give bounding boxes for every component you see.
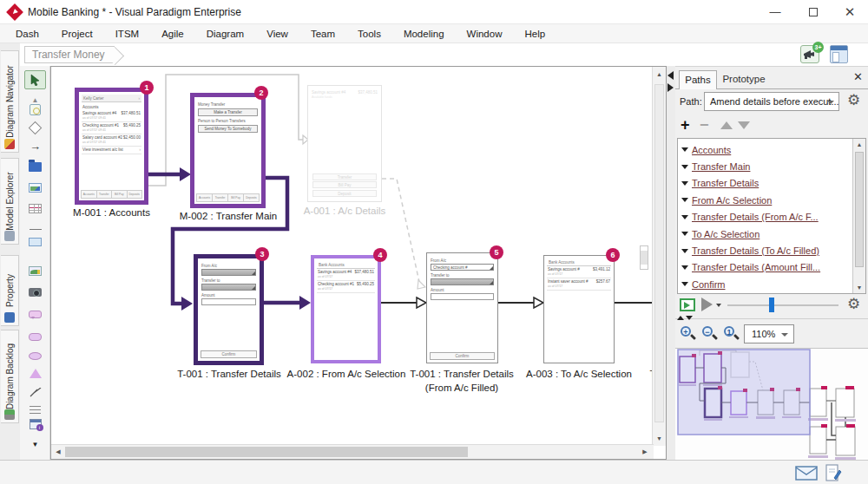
chevron-down-icon[interactable] <box>681 147 688 152</box>
rounded-rect-tool[interactable] <box>27 330 43 344</box>
camera-tool[interactable] <box>27 285 43 299</box>
menu-window[interactable]: Window <box>467 29 503 39</box>
tab-property[interactable]: Property <box>1 255 19 326</box>
folder-tool[interactable] <box>27 160 43 174</box>
image-frame-tool[interactable] <box>27 180 43 195</box>
screen-t001-transfer-details[interactable]: From A/c Transfer to Amount Confirm <box>194 254 264 365</box>
move-down-button[interactable] <box>738 121 750 129</box>
chevron-down-icon[interactable] <box>681 265 688 270</box>
maximize-button[interactable] <box>800 5 826 21</box>
rectangle-tool[interactable] <box>27 234 43 249</box>
add-step-button[interactable]: + <box>681 116 690 134</box>
path-step-amount-filled[interactable]: Transfer Details (Amount Fill... <box>681 259 852 276</box>
announcement-icon[interactable]: 3+ <box>800 45 819 63</box>
list-scroll-thumb[interactable] <box>855 152 864 267</box>
decision-tool[interactable] <box>27 121 43 135</box>
path-step-to-ac-selection[interactable]: To A/c Selection <box>681 226 852 242</box>
menu-project[interactable]: Project <box>62 29 93 39</box>
flow-arrow-tool[interactable]: → <box>27 139 43 154</box>
chevron-down-icon[interactable] <box>681 215 688 219</box>
mail-icon[interactable] <box>795 466 818 484</box>
picture-tool[interactable] <box>27 264 43 278</box>
menu-itsm[interactable]: ITSM <box>115 29 139 39</box>
panel-splitter[interactable] <box>667 66 675 460</box>
zoom-actual-size-icon[interactable]: 1 <box>723 325 740 343</box>
cursor-tool[interactable] <box>24 70 46 89</box>
path-step-accounts[interactable]: Accounts <box>681 141 852 158</box>
zigzag-tool[interactable] <box>27 385 43 400</box>
chevron-down-icon[interactable] <box>681 181 688 186</box>
play-button[interactable] <box>701 298 713 311</box>
menu-help[interactable]: Help <box>524 29 545 39</box>
separator-handle[interactable] <box>677 315 694 321</box>
breadcrumb[interactable]: Transfer Money <box>24 46 115 63</box>
playback-slider-thumb[interactable] <box>769 298 774 312</box>
panel-close-icon[interactable]: ✕ <box>853 70 863 83</box>
chevron-down-icon[interactable] <box>681 249 688 253</box>
edit-note-icon[interactable] <box>825 464 842 484</box>
menu-agile[interactable]: Agile <box>161 29 184 39</box>
remove-step-button[interactable]: − <box>700 116 709 134</box>
chevron-down-icon[interactable] <box>681 232 688 236</box>
path-step-transfer-main[interactable]: Transfer Main <box>681 158 852 174</box>
menu-view[interactable]: View <box>266 29 288 39</box>
close-button[interactable]: ✕ <box>837 5 863 21</box>
screen-m001-accounts[interactable]: Kelly Carter› Accounts Savings account #… <box>75 88 148 205</box>
zoom-out-icon[interactable]: − <box>701 325 719 343</box>
screen-t001-from-ac-filled[interactable]: From A/c Checking account # Transfer to … <box>426 252 498 363</box>
triangle-tool[interactable] <box>27 366 43 381</box>
path-step-from-ac-filled[interactable]: Transfer Details (From A/c F... <box>681 209 852 226</box>
menu-diagram[interactable]: Diagram <box>207 29 244 39</box>
play-options-caret-icon[interactable] <box>716 304 721 307</box>
table-tool[interactable] <box>27 201 43 216</box>
path-step-to-ac-filled[interactable]: Transfer Details (To A/c Filled) <box>681 242 852 258</box>
callout-tool[interactable] <box>27 307 43 322</box>
overview-minimap[interactable] <box>675 348 868 461</box>
menu-modeling[interactable]: Modeling <box>404 29 444 39</box>
tab-diagram-backlog[interactable]: Diagram Backlog <box>1 330 19 423</box>
screen-a003-to-ac-selection[interactable]: Bank Accounts Savings account #as of 07/… <box>543 255 615 363</box>
ellipse-tool[interactable] <box>27 349 43 363</box>
splitter-grip[interactable] <box>640 245 648 270</box>
menu-tools[interactable]: Tools <box>358 29 381 39</box>
zoom-level-dropdown[interactable]: 110% <box>744 324 794 343</box>
diagram-canvas[interactable]: Kelly Carter› Accounts Savings account #… <box>50 66 667 460</box>
screen-m002-transfer-main[interactable]: Money Transfer Make a Transfer Person to… <box>190 93 266 208</box>
vertical-scroll-thumb[interactable] <box>654 84 664 422</box>
gauge-tool[interactable] <box>27 102 43 117</box>
chevron-down-icon[interactable] <box>681 282 688 286</box>
horizontal-scrollbar[interactable]: ◀ ▶ <box>51 444 654 459</box>
minimap-viewport[interactable] <box>678 350 810 435</box>
screen-a001-ac-details[interactable]: Savings account #4Available funds $37,48… <box>307 85 382 202</box>
move-up-button[interactable] <box>720 121 733 129</box>
scroll-left-arrow[interactable]: ◀ <box>53 448 63 455</box>
panel-window-icon[interactable] <box>830 45 848 63</box>
zoom-in-icon[interactable]: + <box>680 325 697 343</box>
horizontal-scroll-thumb[interactable] <box>65 447 468 457</box>
scroll-down-arrow[interactable]: ▼ <box>853 285 865 291</box>
path-dropdown[interactable]: Amend details before execut... <box>704 92 839 111</box>
menu-dash[interactable]: Dash <box>16 29 39 39</box>
calendar-tool[interactable] <box>27 416 43 431</box>
tab-paths[interactable]: Paths <box>679 70 717 89</box>
list-scrollbar[interactable]: ▲ ▼ <box>852 139 865 293</box>
scroll-up-arrow[interactable]: ▲ <box>853 141 865 147</box>
collapse-left-icon[interactable] <box>667 71 674 80</box>
scroll-up-arrow[interactable]: ▲ <box>653 71 666 77</box>
path-step-from-ac-selection[interactable]: From A/c Selection <box>681 192 852 208</box>
playback-settings-gear-icon[interactable]: ⚙ <box>847 297 860 312</box>
screen-a002-from-ac-selection[interactable]: Bank Accounts Savings account #4as of 07… <box>311 255 381 363</box>
chevron-down-icon[interactable] <box>681 165 688 169</box>
path-step-transfer-details[interactable]: Transfer Details <box>681 175 852 192</box>
scroll-right-arrow[interactable]: ▶ <box>640 448 650 455</box>
tab-diagram-navigator[interactable]: Diagram Navigator <box>1 50 19 153</box>
scroll-down-arrow[interactable]: ▼ <box>653 435 666 441</box>
path-step-confirm[interactable]: Confirm <box>681 276 852 292</box>
collapse-right-icon[interactable] <box>667 83 674 92</box>
minimize-button[interactable]: — <box>762 5 788 21</box>
menu-team[interactable]: Team <box>311 29 335 39</box>
playback-slider-track[interactable] <box>727 304 838 306</box>
chevron-down-icon[interactable] <box>681 198 688 202</box>
tab-model-explorer[interactable]: Model Explorer <box>1 158 19 245</box>
tab-prototype[interactable]: Prototype <box>717 74 771 89</box>
